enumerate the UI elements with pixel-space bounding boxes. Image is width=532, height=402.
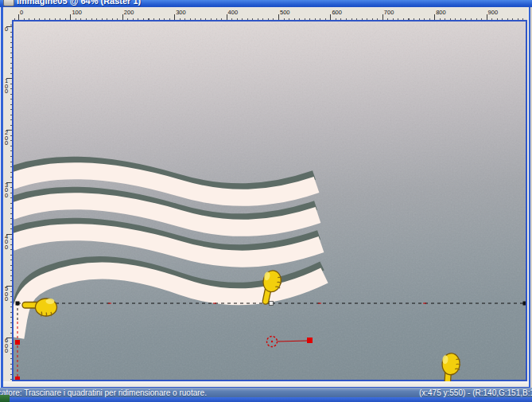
ruler-label: 100 [72,9,82,16]
ruler-label: 300 [176,9,186,16]
image-canvas[interactable] [14,21,526,380]
ruler-label: 0 [5,27,10,33]
ruler-label: 400 [5,235,10,251]
window-title: Immagine05 @ 64% (Raster 1) [17,0,141,6]
ruler-label: 0 [20,9,23,16]
ruler-label: 700 [384,9,394,16]
ruler-label: 100 [5,79,10,95]
ruler-label: 900 [488,9,499,16]
ruler-label: 500 [280,9,290,16]
ruler-label: 300 [5,183,10,199]
window-border-right [529,7,532,398]
start-button-edge[interactable] [0,395,10,402]
taskbar-strip [0,397,532,402]
ruler-label: 600 [332,9,342,16]
ruler-label: 400 [228,9,239,16]
app-window: Immagine05 @ 64% (Raster 1) 010020030040… [0,0,532,402]
ruler-label: 200 [124,9,134,16]
titlebar[interactable]: Immagine05 @ 64% (Raster 1) [0,0,532,7]
canvas-frame [12,20,527,381]
image-document-icon [3,0,14,6]
ruler-label: 600 [5,338,10,354]
ruler-label: 800 [436,9,446,16]
scroll-gap [3,381,529,388]
ruler-label: 500 [5,287,10,302]
ruler-label: 200 [5,131,10,146]
